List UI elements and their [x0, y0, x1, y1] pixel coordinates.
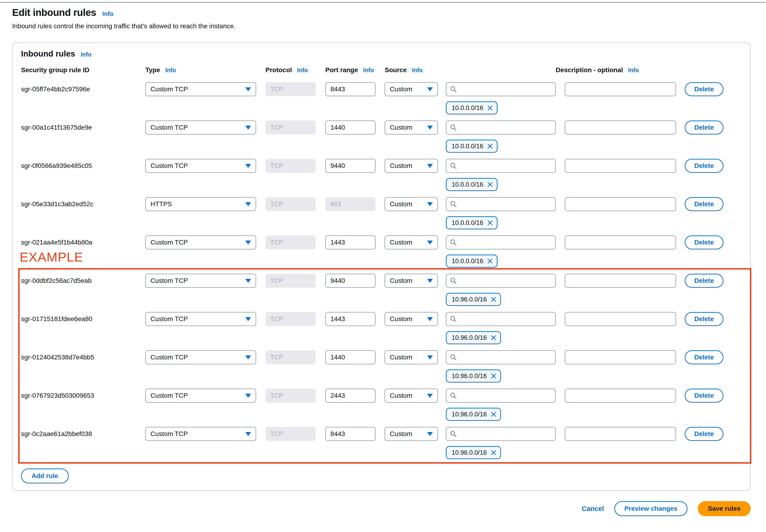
source-search-text[interactable] [460, 354, 552, 361]
delete-button[interactable]: Delete [685, 121, 723, 135]
port-range-input[interactable]: 1440 [325, 121, 375, 135]
source-search-input[interactable] [446, 197, 556, 211]
source-select[interactable]: Custom [385, 427, 438, 441]
chip-remove-icon[interactable] [487, 258, 493, 264]
type-select[interactable]: Custom TCP [145, 121, 256, 135]
port-range-input[interactable]: 9440 [325, 274, 375, 288]
description-input[interactable] [565, 389, 676, 403]
add-rule-button[interactable]: Add rule [21, 468, 69, 483]
delete-button[interactable]: Delete [685, 427, 723, 441]
description-text[interactable] [570, 200, 671, 208]
delete-button[interactable]: Delete [685, 274, 723, 288]
source-select[interactable]: Custom [385, 197, 438, 211]
chip-remove-icon[interactable] [487, 181, 493, 188]
type-select[interactable]: Custom TCP [145, 82, 256, 96]
description-input[interactable] [565, 427, 676, 441]
type-info-link[interactable]: Info [165, 67, 176, 74]
delete-button[interactable]: Delete [685, 350, 723, 364]
source-search-input[interactable] [446, 82, 556, 96]
chip-remove-icon[interactable] [491, 296, 497, 302]
chip-remove-icon[interactable] [487, 143, 493, 149]
delete-button[interactable]: Delete [685, 312, 723, 326]
source-search-text[interactable] [460, 277, 552, 284]
preview-changes-button[interactable]: Preview changes [614, 501, 688, 516]
chip-remove-icon[interactable] [487, 220, 493, 226]
description-input[interactable] [565, 159, 676, 173]
description-text[interactable] [570, 315, 671, 323]
source-search-text[interactable] [460, 200, 552, 208]
delete-button[interactable]: Delete [685, 235, 723, 249]
source-select[interactable]: Custom [385, 235, 438, 249]
source-select[interactable]: Custom [385, 350, 438, 364]
source-search-text[interactable] [460, 392, 552, 399]
type-select[interactable]: Custom TCP [145, 350, 256, 364]
port-range-info-link[interactable]: Info [363, 67, 374, 74]
description-text[interactable] [570, 162, 671, 170]
chip-remove-icon[interactable] [491, 450, 497, 456]
source-select[interactable]: Custom [385, 312, 438, 326]
delete-button[interactable]: Delete [685, 197, 723, 211]
description-text[interactable] [570, 124, 671, 131]
source-search-input[interactable] [446, 121, 556, 135]
description-text[interactable] [570, 392, 671, 399]
port-range-input[interactable]: 2443 [325, 389, 375, 403]
chip-remove-icon[interactable] [491, 411, 497, 417]
type-select[interactable]: Custom TCP [145, 235, 256, 249]
panel-heading-info-link[interactable]: Info [81, 51, 91, 58]
delete-button[interactable]: Delete [685, 82, 723, 96]
source-search-text[interactable] [460, 85, 552, 93]
protocol-info-link[interactable]: Info [297, 67, 308, 74]
port-range-input[interactable]: 8443 [325, 82, 375, 96]
source-search-input[interactable] [446, 350, 556, 364]
port-range-input[interactable]: 9440 [325, 159, 375, 173]
port-range-input[interactable]: 1443 [325, 235, 375, 249]
source-search-input[interactable] [446, 274, 556, 288]
chip-remove-icon[interactable] [491, 373, 497, 379]
description-text[interactable] [570, 354, 671, 361]
source-search-text[interactable] [460, 315, 552, 323]
delete-button[interactable]: Delete [685, 159, 723, 173]
source-search-input[interactable] [446, 312, 556, 326]
source-search-text[interactable] [460, 124, 552, 131]
source-select[interactable]: Custom [385, 82, 438, 96]
source-search-text[interactable] [460, 239, 552, 246]
description-info-link[interactable]: Info [628, 67, 639, 74]
type-select[interactable]: HTTPS [145, 197, 256, 211]
save-rules-button[interactable]: Save rules [698, 501, 751, 516]
description-input[interactable] [565, 235, 676, 249]
description-text[interactable] [570, 239, 671, 246]
type-select[interactable]: Custom TCP [145, 274, 256, 288]
source-search-text[interactable] [460, 430, 552, 438]
description-input[interactable] [565, 121, 676, 135]
source-select[interactable]: Custom [385, 159, 438, 173]
source-search-text[interactable] [460, 162, 552, 170]
chip-remove-icon[interactable] [487, 105, 493, 111]
description-text[interactable] [570, 430, 671, 438]
description-input[interactable] [565, 197, 676, 211]
description-input[interactable] [565, 312, 676, 326]
source-select[interactable]: Custom [385, 121, 438, 135]
source-search-input[interactable] [446, 159, 556, 173]
source-search-input[interactable] [446, 235, 556, 249]
source-select[interactable]: Custom [385, 389, 438, 403]
type-select[interactable]: Custom TCP [145, 389, 256, 403]
port-range-input[interactable]: 1440 [325, 350, 375, 364]
source-select[interactable]: Custom [385, 274, 438, 288]
source-search-input[interactable] [446, 427, 556, 441]
page-title-info-link[interactable]: Info [102, 10, 114, 18]
cancel-button[interactable]: Cancel [582, 505, 604, 513]
source-search-input[interactable] [446, 389, 556, 403]
description-text[interactable] [570, 277, 671, 284]
type-select[interactable]: Custom TCP [145, 159, 256, 173]
description-input[interactable] [565, 82, 676, 96]
description-text[interactable] [570, 85, 671, 93]
port-range-input[interactable]: 8443 [325, 427, 375, 441]
port-range-input[interactable]: 1443 [325, 312, 375, 326]
type-select[interactable]: Custom TCP [145, 312, 256, 326]
delete-button[interactable]: Delete [685, 389, 723, 403]
source-info-link[interactable]: Info [412, 67, 423, 74]
type-select[interactable]: Custom TCP [145, 427, 256, 441]
description-input[interactable] [565, 274, 676, 288]
description-input[interactable] [565, 350, 676, 364]
chip-remove-icon[interactable] [491, 335, 497, 341]
